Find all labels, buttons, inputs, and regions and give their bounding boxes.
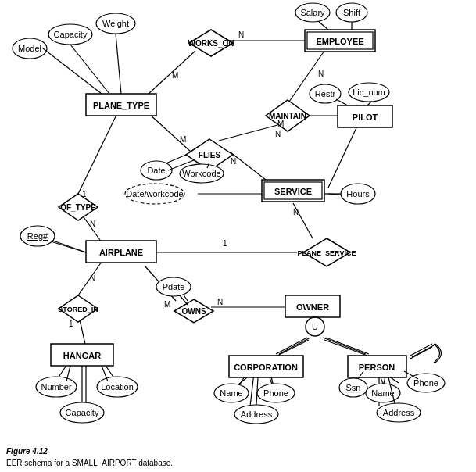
flies-label: FLIES: [199, 151, 221, 159]
svg-line-57: [381, 377, 383, 384]
corporation-label: CORPORATION: [234, 363, 298, 372]
lic-num-label: Lic_num: [353, 88, 385, 97]
svg-line-24: [277, 340, 309, 356]
svg-line-27: [279, 338, 310, 354]
svg-line-49: [180, 295, 188, 305]
address-corp-label: Address: [241, 409, 273, 419]
cardinality-n7: N: [90, 274, 95, 283]
date-label: Date: [147, 166, 165, 175]
svg-line-64: [410, 347, 432, 359]
number-label: Number: [41, 382, 71, 392]
capacity-bottom-label: Capacity: [66, 408, 99, 417]
salary-label: Salary: [300, 8, 325, 17]
date-workcode-label: Date/workcode: [126, 189, 183, 198]
svg-line-7: [328, 121, 360, 188]
cardinality-m1: M: [172, 71, 178, 80]
cardinality-m4: M: [164, 300, 170, 309]
hours-label: Hours: [346, 189, 370, 198]
cardinality-1-1: 1: [223, 239, 227, 248]
svg-line-26: [276, 338, 307, 354]
cardinality-n6: N: [90, 220, 95, 228]
person-label: PERSON: [359, 363, 395, 372]
cardinality-n4: N: [231, 157, 236, 166]
employee-label: EMPLOYEE: [316, 37, 363, 46]
phone-corp-label: Phone: [263, 388, 288, 398]
plane-service-label: PLANE_SERVICE: [298, 249, 356, 257]
svg-line-40: [116, 34, 121, 94]
svg-line-4: [219, 125, 277, 141]
name-corp-label: Name: [220, 388, 242, 398]
capacity-top-label: Capacity: [54, 30, 88, 39]
svg-line-53: [238, 377, 247, 384]
cardinality-1-3: 1: [69, 320, 73, 328]
figure-caption: Figure 4.12 EER schema for a SMALL_AIRPO…: [6, 445, 173, 469]
reg-label: Reg#: [27, 231, 48, 241]
of-type-label: OF_TYPE: [60, 203, 96, 212]
maintain-label: MAINTAIN: [269, 112, 306, 120]
shift-label: Shift: [343, 8, 360, 17]
cardinality-n1: N: [238, 30, 244, 39]
hangar-label: HANGAR: [63, 351, 101, 360]
cardinality-n5: N: [293, 208, 299, 216]
svg-line-48: [53, 241, 86, 252]
cardinality-n8: N: [217, 298, 223, 306]
owner-label: OWNER: [296, 302, 329, 312]
svg-line-38: [43, 48, 102, 94]
svg-line-43: [336, 99, 348, 105]
svg-line-63: [412, 345, 434, 357]
generalization-u: U: [312, 322, 318, 331]
pilot-label: PILOT: [353, 113, 378, 122]
model-label: Model: [18, 44, 41, 53]
svg-line-14: [78, 113, 117, 194]
cardinality-n3: N: [275, 130, 281, 138]
restr-label: Restr: [315, 89, 336, 98]
cardinality-1-2: 1: [82, 190, 87, 198]
plane-type-label: PLANE_TYPE: [93, 101, 149, 110]
cardinality-m3: M: [180, 135, 186, 144]
stored-in-label: STORED_IN: [58, 306, 98, 313]
figure-title: Figure 4.12: [6, 447, 48, 456]
owns-label: OWNS: [181, 307, 206, 316]
svg-line-29: [326, 338, 369, 354]
address-person-label: Address: [383, 408, 415, 417]
figure-description: EER schema for a SMALL_AIRPORT database.: [6, 459, 173, 467]
location-label: Location: [101, 382, 134, 392]
ssn-label: Ssn: [346, 383, 361, 392]
svg-line-25: [324, 340, 367, 356]
er-diagram: text { font-family: Arial, sans-serif; f…: [0, 0, 476, 453]
works-on-label: WORKS_ON: [188, 39, 234, 48]
svg-line-39: [70, 45, 109, 94]
svg-line-5: [149, 113, 191, 152]
workcode-label: Workcode: [182, 169, 220, 178]
cardinality-n2: N: [318, 70, 324, 78]
svg-line-62: [410, 344, 432, 356]
pdate-label: Pdate: [163, 282, 185, 291]
weight-label: Weight: [102, 19, 129, 28]
cardinality-m2: M: [277, 120, 284, 128]
airplane-label: AIRPLANE: [99, 248, 143, 257]
service-label: SERVICE: [274, 187, 312, 196]
svg-line-41: [319, 22, 328, 30]
phone-person-label: Phone: [413, 378, 438, 388]
svg-line-28: [323, 338, 366, 354]
